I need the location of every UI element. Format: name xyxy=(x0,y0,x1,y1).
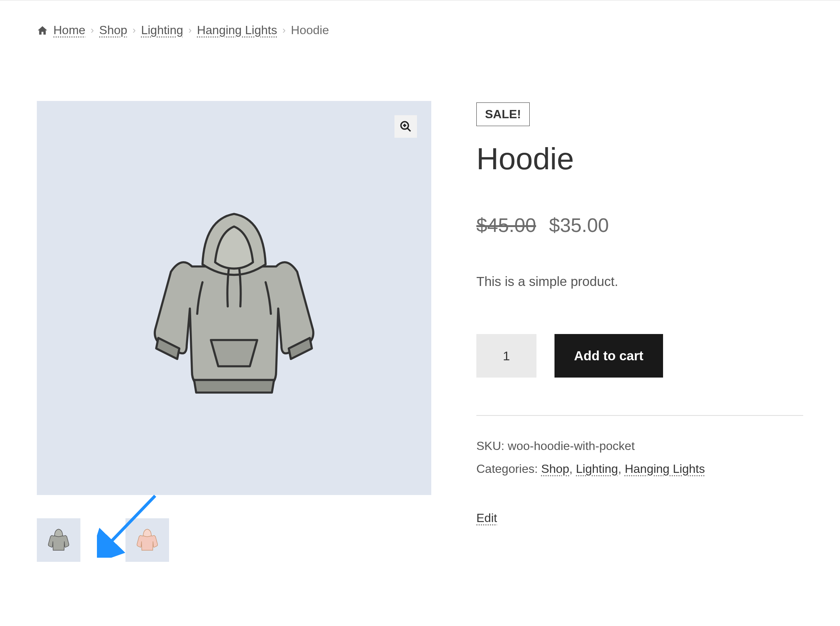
product-gallery xyxy=(37,101,431,562)
category-link-lighting[interactable]: Lighting xyxy=(576,462,618,476)
breadcrumb: Home › Shop › Lighting › Hanging Lights … xyxy=(37,23,803,37)
sku-value: woo-hoodie-with-pocket xyxy=(508,439,635,452)
hoodie-illustration xyxy=(129,182,339,414)
thumbnail-row xyxy=(37,518,431,562)
hoodie-thumb-gray-icon xyxy=(44,525,73,555)
breadcrumb-hanging-lights[interactable]: Hanging Lights xyxy=(197,23,277,37)
svg-line-1 xyxy=(408,128,411,131)
hoodie-thumb-pink-icon xyxy=(133,525,162,555)
product-meta: SKU: woo-hoodie-with-pocket Categories: … xyxy=(476,415,803,529)
sku-row: SKU: woo-hoodie-with-pocket xyxy=(476,435,803,457)
product-description: This is a simple product. xyxy=(476,274,803,289)
chevron-right-icon: › xyxy=(283,24,286,36)
product-title: Hoodie xyxy=(476,141,803,176)
sku-label: SKU: xyxy=(476,439,508,452)
thumbnail-1[interactable] xyxy=(37,518,80,562)
quantity-input[interactable] xyxy=(476,334,537,377)
categories-label: Categories: xyxy=(476,462,541,476)
chevron-right-icon: › xyxy=(91,24,94,36)
zoom-button[interactable] xyxy=(394,115,417,138)
breadcrumb-current: Hoodie xyxy=(291,23,329,37)
breadcrumb-home[interactable]: Home xyxy=(53,23,85,37)
categories-row: Categories: Shop, Lighting, Hanging Ligh… xyxy=(476,457,803,480)
product-container: SALE! Hoodie $45.00 $35.00 This is a sim… xyxy=(37,101,803,562)
category-link-hanging-lights[interactable]: Hanging Lights xyxy=(625,462,705,476)
category-link-shop[interactable]: Shop xyxy=(541,462,570,476)
magnify-plus-icon xyxy=(399,120,412,133)
main-product-image[interactable] xyxy=(37,101,431,495)
edit-link[interactable]: Edit xyxy=(476,507,497,529)
thumbnail-2[interactable] xyxy=(126,518,169,562)
product-price: $45.00 $35.00 xyxy=(476,214,803,236)
home-icon xyxy=(37,25,48,36)
price-old: $45.00 xyxy=(476,214,536,236)
add-to-cart-button[interactable]: Add to cart xyxy=(554,334,663,377)
price-current: $35.00 xyxy=(549,214,609,236)
add-to-cart-row: Add to cart xyxy=(476,334,803,377)
chevron-right-icon: › xyxy=(188,24,192,36)
breadcrumb-lighting[interactable]: Lighting xyxy=(141,23,183,37)
product-summary: SALE! Hoodie $45.00 $35.00 This is a sim… xyxy=(476,101,803,562)
chevron-right-icon: › xyxy=(133,24,136,36)
breadcrumb-shop[interactable]: Shop xyxy=(99,23,127,37)
sale-badge: SALE! xyxy=(476,102,530,126)
